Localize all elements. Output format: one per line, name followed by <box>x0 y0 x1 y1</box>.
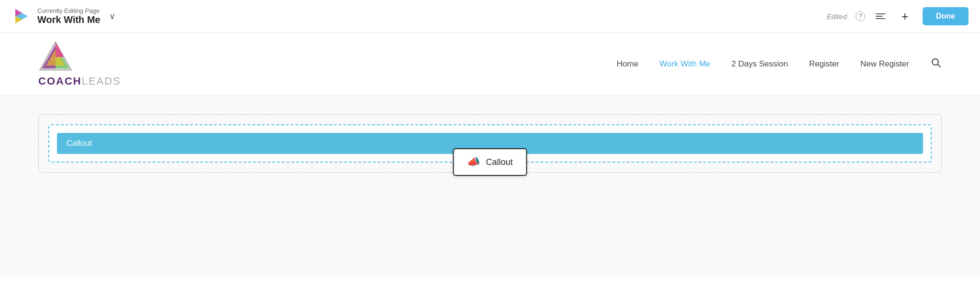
edited-label: Edited <box>826 12 847 21</box>
list-line-2 <box>876 16 882 17</box>
nav-link-new-register[interactable]: New Register <box>860 59 909 69</box>
page-title: Work With Me <box>37 14 100 25</box>
callout-popup[interactable]: 📣 Callout <box>453 148 527 176</box>
inner-dashed-box: Callout 📣 Callout <box>48 124 932 163</box>
currently-editing-label: Currently Editing Page <box>37 7 100 14</box>
brand-name: COACHLEADS <box>38 75 121 87</box>
nav-link-2-days-session[interactable]: 2 Days Session <box>732 59 788 69</box>
nav-link-home[interactable]: Home <box>617 59 638 69</box>
add-button[interactable]: + <box>896 7 914 25</box>
brand-light: LEADS <box>82 75 121 87</box>
list-line-3 <box>876 18 885 19</box>
megaphone-icon: 📣 <box>467 156 480 168</box>
brand-bold: COACH <box>38 75 82 87</box>
outer-dashed-box: Callout 📣 Callout <box>38 114 942 173</box>
coachleads-logo-icon <box>38 41 73 75</box>
help-icon[interactable]: ? <box>856 11 865 21</box>
list-view-icon[interactable] <box>874 11 887 21</box>
brand-logo: COACHLEADS <box>38 41 121 87</box>
callout-popup-label: Callout <box>486 157 512 167</box>
nav-link-work-with-me[interactable]: Work With Me <box>659 59 710 69</box>
page-dropdown-chevron[interactable]: ∨ <box>109 11 115 22</box>
topbar-logo-icon <box>11 6 32 26</box>
nav-links: Home Work With Me 2 Days Session Registe… <box>617 57 942 71</box>
list-line-1 <box>876 13 885 14</box>
top-bar-right: Edited ? + Done <box>826 7 969 25</box>
done-button[interactable]: Done <box>923 7 969 25</box>
content-area: Callout 📣 Callout <box>0 95 980 277</box>
title-group: Currently Editing Page Work With Me <box>37 7 100 25</box>
top-bar: Currently Editing Page Work With Me ∨ Ed… <box>0 0 980 33</box>
top-bar-left: Currently Editing Page Work With Me ∨ <box>11 6 115 26</box>
nav-link-register[interactable]: Register <box>809 59 839 69</box>
search-icon[interactable] <box>930 57 942 71</box>
nav-bar: COACHLEADS Home Work With Me 2 Days Sess… <box>0 33 980 95</box>
svg-line-9 <box>938 64 941 67</box>
